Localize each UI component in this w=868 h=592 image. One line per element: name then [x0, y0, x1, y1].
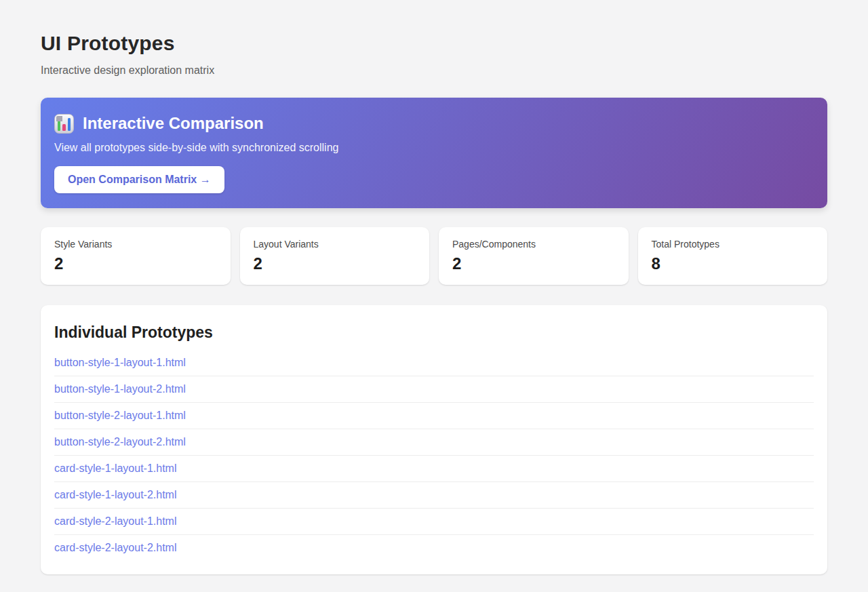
prototype-link[interactable]: button-style-2-layout-1.html: [54, 410, 186, 421]
stat-card-total-prototypes: Total Prototypes 8: [638, 227, 828, 285]
stat-value: 8: [652, 254, 814, 273]
stat-value: 2: [254, 254, 416, 273]
stat-label: Pages/Components: [452, 239, 615, 250]
page-title: UI Prototypes: [41, 31, 827, 56]
stat-label: Style Variants: [54, 239, 217, 250]
banner-description: View all prototypes side-by-side with sy…: [54, 141, 814, 155]
prototype-link[interactable]: card-style-2-layout-1.html: [54, 515, 177, 527]
stat-value: 2: [452, 254, 615, 273]
stat-card-pages-components: Pages/Components 2: [439, 227, 629, 285]
prototype-link[interactable]: button-style-1-layout-1.html: [54, 357, 186, 368]
list-item: button-style-1-layout-1.html: [54, 350, 814, 376]
banner-title-row: Interactive Comparison: [54, 113, 814, 134]
stat-value: 2: [54, 254, 217, 273]
banner-title: Interactive Comparison: [83, 113, 264, 134]
list-item: button-style-2-layout-1.html: [54, 403, 814, 429]
list-item: card-style-2-layout-1.html: [54, 509, 814, 535]
individual-prototypes-heading: Individual Prototypes: [54, 323, 814, 342]
prototype-link[interactable]: card-style-2-layout-2.html: [54, 542, 177, 553]
list-item: card-style-1-layout-2.html: [54, 482, 814, 509]
stat-label: Total Prototypes: [652, 239, 814, 250]
stat-card-layout-variants: Layout Variants 2: [240, 227, 430, 285]
prototype-link[interactable]: card-style-1-layout-1.html: [54, 462, 177, 474]
bar-chart-icon: [54, 114, 74, 134]
stat-card-style-variants: Style Variants 2: [41, 227, 231, 285]
prototype-link[interactable]: card-style-1-layout-2.html: [54, 489, 177, 500]
stat-label: Layout Variants: [254, 239, 416, 250]
open-comparison-matrix-button[interactable]: Open Comparison Matrix →: [54, 166, 224, 193]
page-subtitle: Interactive design exploration matrix: [41, 64, 827, 77]
prototype-link[interactable]: button-style-2-layout-2.html: [54, 436, 186, 448]
list-item: card-style-1-layout-1.html: [54, 456, 814, 482]
list-item: card-style-2-layout-2.html: [54, 535, 814, 561]
comparison-banner: Interactive Comparison View all prototyp…: [41, 98, 827, 208]
list-item: button-style-1-layout-2.html: [54, 376, 814, 403]
individual-prototypes-card: Individual Prototypes button-style-1-lay…: [41, 305, 827, 574]
stats-row: Style Variants 2 Layout Variants 2 Pages…: [41, 227, 827, 285]
page-container: UI Prototypes Interactive design explora…: [41, 0, 827, 592]
prototype-link[interactable]: button-style-1-layout-2.html: [54, 383, 186, 395]
list-item: button-style-2-layout-2.html: [54, 429, 814, 456]
prototype-list: button-style-1-layout-1.html button-styl…: [54, 350, 814, 561]
